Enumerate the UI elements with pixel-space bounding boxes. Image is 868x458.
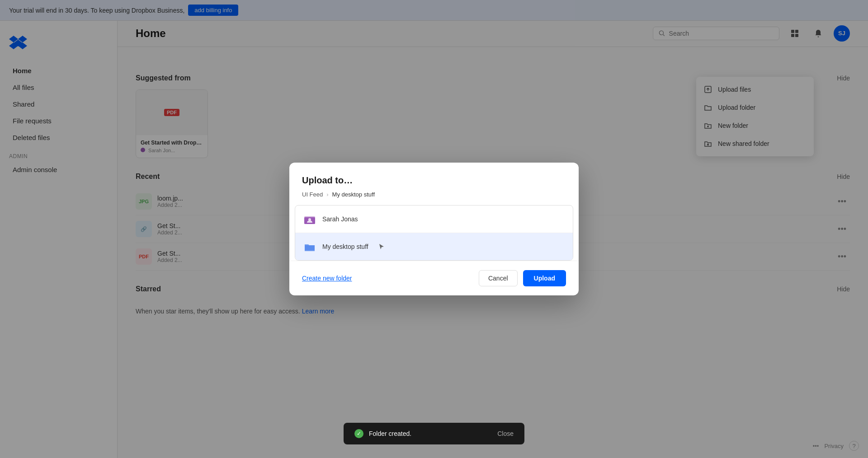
modal-overlay[interactable]: Upload to… UI Feed › My desktop stuff xyxy=(0,0,868,458)
cursor-icon xyxy=(377,243,385,250)
list-item[interactable]: Sarah Jonas xyxy=(295,206,573,233)
list-item[interactable]: My desktop stuff xyxy=(295,233,573,260)
toast-check-icon: ✓ xyxy=(354,429,363,438)
create-folder-link[interactable]: Create new folder xyxy=(302,275,352,282)
modal-actions: Cancel Upload xyxy=(479,270,566,286)
breadcrumb: UI Feed › My desktop stuff xyxy=(302,191,566,198)
breadcrumb-separator: › xyxy=(326,191,328,198)
person-folder-icon xyxy=(302,212,317,226)
folder-item-label: Sarah Jonas xyxy=(322,215,358,223)
modal-footer: Create new folder Cancel Upload xyxy=(289,261,579,295)
toast-message: Folder created. xyxy=(369,430,411,437)
upload-button[interactable]: Upload xyxy=(523,270,566,286)
modal-title: Upload to… xyxy=(302,175,566,186)
breadcrumb-item-my-desktop-stuff: My desktop stuff xyxy=(332,191,375,198)
cancel-button[interactable]: Cancel xyxy=(479,270,518,286)
modal-body: Sarah Jonas My desktop stuff xyxy=(289,205,579,261)
toast-close-button[interactable]: Close xyxy=(497,430,514,437)
modal-header: Upload to… UI Feed › My desktop stuff xyxy=(289,163,579,205)
folder-list: Sarah Jonas My desktop stuff xyxy=(295,205,573,261)
upload-modal: Upload to… UI Feed › My desktop stuff xyxy=(289,163,579,295)
breadcrumb-item-ui-feed[interactable]: UI Feed xyxy=(302,191,323,198)
toast: ✓ Folder created. Close xyxy=(344,423,524,444)
folder-icon xyxy=(302,239,317,254)
folder-item-label: My desktop stuff xyxy=(322,243,368,250)
